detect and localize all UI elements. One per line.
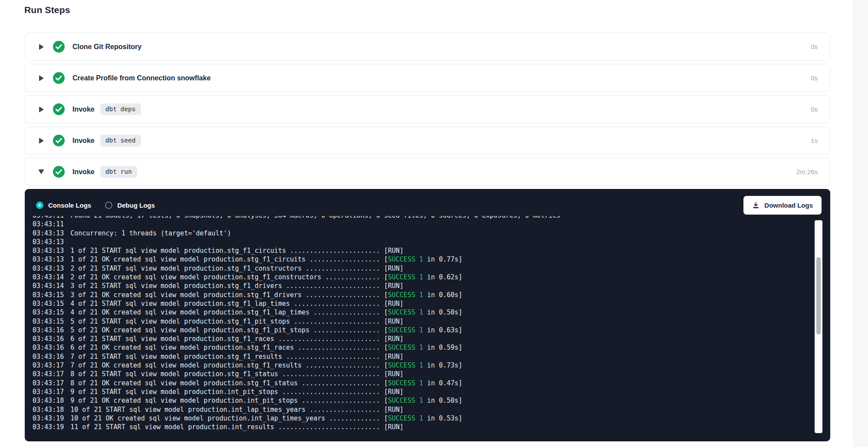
run-step-card[interactable]: Clone Git Repository 0s: [25, 33, 830, 61]
expand-caret-icon[interactable]: [38, 138, 44, 144]
run-step-card[interactable]: Create Profile from Connection snowflake…: [25, 64, 830, 92]
download-icon: [752, 202, 760, 209]
run-step-card[interactable]: Invoke dbt seed 1s: [25, 126, 830, 155]
run-step-card[interactable]: Invoke dbt deps 0s: [25, 95, 830, 123]
log-line: 03:43:132 of 21 START sql view model pro…: [33, 264, 815, 273]
page-title: Run Steps: [24, 5, 70, 15]
step-duration: 2m 26s: [796, 168, 818, 175]
log-line: 03:43:1911 of 21 START sql view model pr…: [33, 423, 815, 431]
log-line: 03:43:131 of 21 START sql view model pro…: [33, 246, 815, 255]
log-line: 03:43:165 of 21 OK created sql view mode…: [33, 326, 815, 334]
step-title: Invoke: [72, 137, 95, 145]
log-line: 03:43:131 of 21 OK created sql view mode…: [33, 255, 815, 264]
run-step-card[interactable]: Invoke dbt run 2m 26s: [25, 158, 830, 186]
step-command-badge: dbt run: [100, 166, 137, 178]
log-line: 03:43:143 of 21 START sql view model pro…: [33, 281, 815, 290]
expand-caret-icon[interactable]: [38, 169, 44, 174]
step-title: Clone Git Repository: [72, 43, 141, 51]
log-line: 03:43:189 of 21 OK created sql view mode…: [33, 396, 815, 405]
expand-caret-icon[interactable]: [38, 75, 44, 81]
log-line: 03:43:1810 of 21 START sql view model pr…: [33, 405, 815, 414]
log-line: 03:43:167 of 21 START sql view model pro…: [33, 352, 815, 361]
log-line: 03:43:1910 of 21 OK created sql view mod…: [33, 414, 815, 423]
log-line: 03:43:154 of 21 OK created sql view mode…: [33, 308, 815, 317]
step-duration: 0s: [811, 74, 818, 82]
log-panel: Console Logs Debug Logs Download Logs 03…: [25, 189, 830, 441]
success-check-icon: [53, 41, 65, 53]
step-title: Invoke: [72, 168, 95, 176]
log-line: 03:43:154 of 21 START sql view model pro…: [33, 299, 815, 308]
step-duration: 0s: [811, 106, 818, 113]
success-check-icon: [53, 103, 65, 115]
log-line: 03:43:166 of 21 OK created sql view mode…: [33, 343, 815, 352]
log-line: 03:43:13: [33, 238, 815, 246]
debug-logs-label: Debug Logs: [117, 202, 155, 209]
step-duration: 1s: [811, 137, 818, 144]
log-line: 03:43:178 of 21 START sql view model pro…: [33, 370, 815, 378]
log-line: 03:43:179 of 21 START sql view model pro…: [33, 387, 815, 396]
log-line: 03:43:177 of 21 OK created sql view mode…: [33, 361, 815, 370]
download-logs-button[interactable]: Download Logs: [743, 196, 822, 215]
log-line: 03:43:13Concurrency: 1 threads (target='…: [33, 229, 815, 238]
debug-logs-tab[interactable]: Debug Logs: [105, 202, 155, 209]
success-check-icon: [53, 166, 65, 178]
expand-caret-icon[interactable]: [38, 44, 44, 50]
console-logs-tab[interactable]: Console Logs: [36, 202, 91, 209]
console-log-output[interactable]: 03:43:11Found 21 models, 17 tests, 0 sna…: [33, 216, 815, 436]
log-scrollbar-track[interactable]: [815, 220, 822, 433]
success-check-icon: [53, 72, 65, 84]
log-line: 03:43:11Found 21 models, 17 tests, 0 sna…: [33, 216, 815, 220]
log-content: 03:43:11Found 21 models, 17 tests, 0 sna…: [33, 216, 815, 431]
console-logs-label: Console Logs: [48, 202, 91, 209]
step-command-badge: dbt deps: [100, 103, 141, 115]
log-line: 03:43:178 of 21 OK created sql view mode…: [33, 379, 815, 387]
next-step-card-partial: [25, 445, 830, 447]
log-line: 03:43:166 of 21 START sql view model pro…: [33, 334, 815, 343]
console-logs-radio[interactable]: [36, 202, 43, 209]
step-duration: 0s: [811, 43, 818, 50]
log-line: 03:43:11: [33, 220, 815, 228]
page-right-gutter: [853, 0, 868, 447]
step-title: Create Profile from Connection snowflake: [72, 74, 210, 82]
log-scrollbar-thumb[interactable]: [816, 257, 821, 334]
download-logs-label: Download Logs: [764, 202, 813, 209]
step-title: Invoke: [72, 106, 95, 113]
success-check-icon: [53, 135, 65, 146]
debug-logs-radio[interactable]: [105, 202, 112, 209]
run-steps-list: Clone Git Repository 0s Create Profile f…: [25, 33, 830, 189]
expand-caret-icon[interactable]: [38, 106, 44, 113]
log-line: 03:43:153 of 21 OK created sql view mode…: [33, 291, 815, 299]
log-line: 03:43:155 of 21 START sql view model pro…: [33, 317, 815, 326]
log-line: 03:43:142 of 21 OK created sql view mode…: [33, 273, 815, 281]
step-command-badge: dbt seed: [100, 135, 141, 146]
